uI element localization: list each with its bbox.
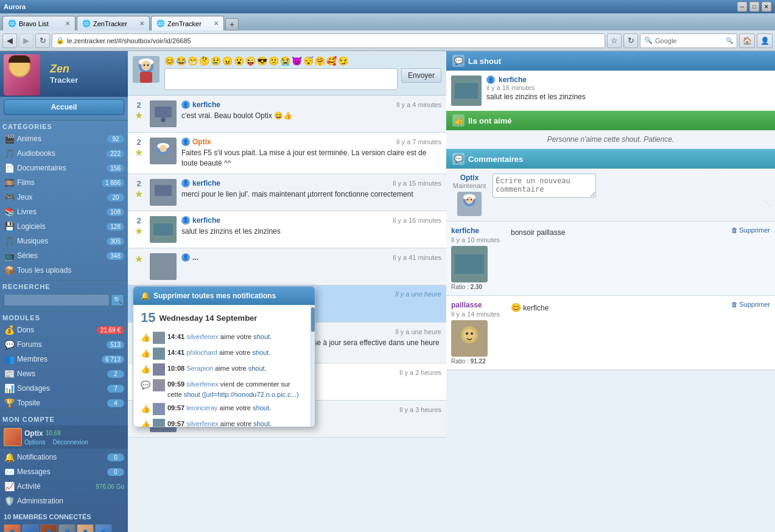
vote-star-2[interactable]: ★ xyxy=(135,147,143,158)
member-avatar-1[interactable]: 👤 xyxy=(4,524,21,532)
sidebar-item-livres[interactable]: 📚 Livres 108 xyxy=(0,205,128,219)
minimize-btn[interactable]: ─ xyxy=(737,2,747,12)
comment-textarea[interactable] xyxy=(493,173,596,198)
sidebar-item-audiobooks[interactable]: 🎵 Audiobooks 222 xyxy=(0,146,128,161)
vote-star-5[interactable]: ★ xyxy=(135,253,143,265)
tab-zentracker-1[interactable]: 🌐 ZenTracker ✕ xyxy=(77,16,150,30)
profile-btn[interactable]: 👤 xyxy=(757,33,773,48)
sidebar-item-sondages[interactable]: 📊 Sondages 7 xyxy=(0,381,128,396)
post-time-8: Il y a 2 heures xyxy=(399,369,441,376)
tab-bravo-list-close[interactable]: ✕ xyxy=(65,20,70,27)
composer-textarea[interactable] xyxy=(164,68,398,90)
send-btn[interactable]: Envoyer xyxy=(401,68,441,83)
notif-author-3[interactable]: Serapion xyxy=(186,365,213,372)
sidebar-item-musiques[interactable]: 🎵 Musiques 305 xyxy=(0,234,128,248)
notif-scroll-thumb xyxy=(311,307,315,332)
back-btn[interactable]: ◀ xyxy=(2,33,17,48)
notif-link-3[interactable]: shout xyxy=(248,365,265,372)
notif-link-1[interactable]: shout xyxy=(253,333,270,340)
sidebar-item-news[interactable]: 📰 News 2 xyxy=(0,366,128,381)
post-thumb-3[interactable] xyxy=(150,179,177,206)
forward-btn[interactable]: ▶ xyxy=(19,33,33,48)
notif-link-6[interactable]: shout xyxy=(253,420,270,427)
notif-thumb-3 xyxy=(153,363,165,376)
notif-author-2[interactable]: philochard xyxy=(186,349,217,356)
home-btn[interactable]: 🏠 xyxy=(739,33,755,48)
sidebar-item-animes[interactable]: 🎬 Animes 92 xyxy=(0,131,128,146)
shout-preview-author[interactable]: kerfiche xyxy=(499,75,527,84)
comment-author-2[interactable]: paillasse xyxy=(451,301,482,309)
sidebar-item-membres[interactable]: 👥 Membres 6 713 xyxy=(0,352,128,366)
tab-bravo-list[interactable]: 🌐 Bravo List ✕ xyxy=(2,16,75,30)
dons-label: Dons xyxy=(17,326,97,334)
tab-zentracker-2[interactable]: 🌐 ZenTracker ✕ xyxy=(151,16,224,30)
delete-btn-1[interactable]: 🗑 Supprimer xyxy=(731,226,770,234)
deconnexion-link[interactable]: Déconnexion xyxy=(52,439,88,446)
sidebar-item-messages[interactable]: ✉️ Messages 0 xyxy=(0,464,128,479)
browser-titlebar: Aurora ─ □ ✕ xyxy=(0,0,775,13)
post-thumb-4[interactable] xyxy=(150,216,177,243)
accueil-btn[interactable]: Accueil xyxy=(4,99,124,115)
notif-author-4[interactable]: silverfenex xyxy=(186,380,219,388)
sidebar-item-films[interactable]: 🎞️ Films 1 886 xyxy=(0,175,128,190)
post-thumb-5[interactable] xyxy=(150,253,177,280)
news-count: 2 xyxy=(107,370,124,378)
member-avatar-3[interactable]: 👤 xyxy=(40,524,57,532)
member-avatar-2[interactable]: 👤 xyxy=(22,524,39,532)
post-author-4[interactable]: kerfiche xyxy=(192,216,220,225)
sidebar-item-logiciels[interactable]: 💾 Logiciels 128 xyxy=(0,219,128,234)
comment-text-1: bonsoir paillasse xyxy=(511,226,726,238)
post-author-5[interactable]: ... xyxy=(192,253,198,262)
maximize-btn[interactable]: □ xyxy=(749,2,759,12)
notif-scrollbar[interactable] xyxy=(310,305,315,427)
reload-btn[interactable]: ↻ xyxy=(35,33,50,48)
post-author-2[interactable]: Optix xyxy=(192,138,211,146)
clear-notifications-btn[interactable]: 🔔 Supprimer toutes mes notifications xyxy=(133,287,315,305)
notif-link-2[interactable]: shout xyxy=(252,349,268,356)
new-tab-btn[interactable]: + xyxy=(225,18,239,30)
post-thumb-2[interactable] xyxy=(150,138,177,164)
notif-author-1[interactable]: silverfenex xyxy=(186,333,219,340)
address-bar[interactable]: 🔒 le.zentracker.net/#/shoutbox/voir/id/2… xyxy=(52,33,605,48)
delete-btn-2[interactable]: 🗑 Supprimer xyxy=(731,301,770,308)
vote-star-3[interactable]: ★ xyxy=(135,188,143,200)
vote-star-4[interactable]: ★ xyxy=(135,225,143,237)
search-input[interactable] xyxy=(4,294,110,306)
topsite-count: 4 xyxy=(107,399,124,407)
notif-like-icon-5: 👍 xyxy=(141,403,150,415)
svg-point-28 xyxy=(466,197,473,204)
post-time-2: Il y a 7 minutes xyxy=(396,138,441,145)
sidebar-item-notifications[interactable]: 🔔 Notifications 0 xyxy=(0,450,128,464)
series-label: Séries xyxy=(17,251,107,260)
bookmark-btn[interactable]: ☆ xyxy=(607,33,622,48)
close-btn[interactable]: ✕ xyxy=(762,2,771,12)
sidebar-item-jeux[interactable]: 🎮 Jeux 20 xyxy=(0,190,128,205)
sidebar-item-tous-uploads[interactable]: 📦 Tous les uploads xyxy=(0,263,128,278)
post-thumb-1[interactable] xyxy=(150,100,177,127)
post-author-1[interactable]: kerfiche xyxy=(192,100,220,109)
notif-link-4[interactable]: shout ([url=http://nonodu72.n.o.pic.c...… xyxy=(184,391,299,398)
sidebar-item-dons[interactable]: 💰 Dons 21,69 € xyxy=(0,323,128,337)
search-go-btn[interactable]: 🔍 xyxy=(111,294,124,306)
vote-star-1[interactable]: ★ xyxy=(135,110,143,121)
options-link[interactable]: Options xyxy=(24,439,45,446)
tab-zentracker-1-close[interactable]: ✕ xyxy=(139,20,144,27)
sidebar-item-series[interactable]: 📺 Séries 348 xyxy=(0,248,128,263)
notif-link-5[interactable]: shout xyxy=(253,404,269,411)
comment-author-1[interactable]: kerfiche xyxy=(451,226,479,235)
sidebar-item-documentaires[interactable]: 📄 Documentaires 156 xyxy=(0,161,128,175)
member-avatar-6[interactable]: 👤 xyxy=(95,524,112,532)
sidebar-item-topsite[interactable]: 🏆 Topsite 4 xyxy=(0,396,128,410)
sidebar-item-activite[interactable]: 📈 Activité 976.06 Go xyxy=(0,479,128,494)
post-author-3[interactable]: kerfiche xyxy=(192,179,220,187)
member-avatar-5[interactable]: 👤 xyxy=(77,524,94,532)
tab-zentracker-2-close[interactable]: ✕ xyxy=(214,20,219,27)
member-avatar-4[interactable]: 👤 xyxy=(58,524,75,532)
notif-author-5[interactable]: leronceray xyxy=(186,404,217,411)
sidebar-item-forums[interactable]: 💬 Forums 513 xyxy=(0,337,128,352)
notif-author-6[interactable]: silverfenex xyxy=(186,420,219,427)
search-bar[interactable]: 🔍 Google 🔍 xyxy=(640,33,737,48)
sidebar-item-administration[interactable]: 🛡️ Administration xyxy=(0,494,128,508)
reload-btn-2[interactable]: ↻ xyxy=(623,33,638,48)
membres-label: Membres xyxy=(17,355,102,363)
